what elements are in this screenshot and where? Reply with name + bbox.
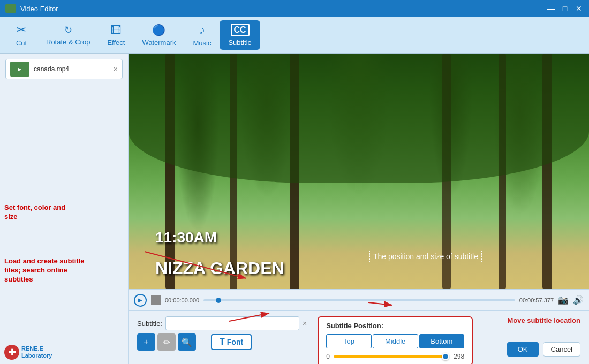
- camera-icon[interactable]: 📷: [558, 295, 569, 305]
- edit-icon: ✏: [163, 337, 170, 347]
- subtitle-input-clear[interactable]: ×: [303, 319, 307, 328]
- annotation-font: Set font, color and size: [4, 203, 79, 222]
- toolbar-effect[interactable]: 🎞 Effect: [99, 21, 133, 50]
- add-icon: +: [144, 337, 148, 347]
- position-top-button[interactable]: Top: [326, 334, 372, 348]
- position-middle-button[interactable]: Middle: [373, 334, 418, 348]
- slider-thumb[interactable]: [442, 353, 449, 360]
- position-slider-row: 0 298: [326, 353, 464, 360]
- sidebar: ▶ canada.mp4 × Set font, color and size …: [0, 54, 129, 364]
- time-total: 00:00:57.377: [519, 297, 554, 304]
- progress-thumb: [216, 298, 221, 303]
- position-buttons: Top Middle Bottom: [326, 334, 464, 348]
- font-label: Font: [227, 338, 243, 346]
- music-icon: ♪: [199, 23, 205, 37]
- close-button[interactable]: ✕: [574, 4, 584, 13]
- font-icon: T: [220, 337, 225, 347]
- subtitle-input[interactable]: [165, 316, 299, 330]
- toolbar-subtitle[interactable]: CC Subtitle: [220, 20, 260, 50]
- canopy-overlay: [129, 54, 589, 183]
- rene-logo: ✚ RENE.E Laboratory: [4, 345, 52, 360]
- cut-icon: ✂: [17, 23, 26, 37]
- rene-text: RENE.E Laboratory: [21, 345, 52, 359]
- minimize-button[interactable]: —: [546, 4, 556, 13]
- toolbar-cut[interactable]: ✂ Cut: [5, 20, 37, 50]
- toolbar-watermark-label: Watermark: [142, 39, 176, 47]
- sidebar-file-item: ▶ canada.mp4 ×: [5, 59, 123, 79]
- subtitle-icon: CC: [231, 24, 250, 36]
- video-canvas: 11:30AM The position and size of subtitl…: [129, 54, 589, 289]
- playback-bar: ▶ 00:00:00.000 00:00:57.377 📷 🔊: [129, 289, 589, 310]
- video-subtitle-main: NIZZA GARDEN: [155, 259, 284, 278]
- stop-button[interactable]: [151, 295, 161, 305]
- dialog-buttons-section: Move subtitle location OK Cancel: [507, 316, 580, 359]
- annotation-move: Move subtitle location: [507, 316, 580, 324]
- add-subtitle-button[interactable]: +: [137, 333, 155, 351]
- toolbar-music[interactable]: ♪ Music: [184, 20, 220, 50]
- position-title: Subtitle Position:: [326, 322, 464, 330]
- video-position-hint: The position and size of subtitle: [369, 251, 482, 262]
- subtitle-actions: + ✏ 🔍 T Font: [137, 333, 307, 351]
- progress-bar[interactable]: [203, 299, 515, 301]
- toolbar-cut-label: Cut: [16, 39, 27, 47]
- toolbar-watermark[interactable]: 🔵 Watermark: [133, 20, 184, 50]
- video-area: 11:30AM The position and size of subtitl…: [129, 54, 589, 364]
- toolbar-subtitle-label: Subtitle: [228, 39, 251, 47]
- subtitle-label: Subtitle:: [137, 320, 162, 328]
- rotate-icon: ↻: [64, 24, 72, 36]
- rene-icon: ✚: [4, 345, 19, 360]
- file-close-button[interactable]: ×: [114, 65, 118, 73]
- search-subtitle-button[interactable]: 🔍: [178, 333, 196, 351]
- edit-subtitle-button[interactable]: ✏: [157, 333, 176, 351]
- subtitle-input-row: Subtitle: ×: [137, 316, 307, 330]
- cancel-button[interactable]: Cancel: [543, 342, 580, 357]
- toolbar: ✂ Cut ↻ Rotate & Crop 🎞 Effect 🔵 Waterma…: [0, 17, 589, 54]
- annotation-load: Load and create subtitle files; search o…: [4, 257, 85, 284]
- search-icon: 🔍: [182, 337, 192, 347]
- time-current: 00:00:00.000: [165, 297, 199, 304]
- slider-max: 298: [454, 353, 464, 360]
- main-layout: ▶ canada.mp4 × Set font, color and size …: [0, 54, 589, 364]
- ok-button[interactable]: OK: [507, 342, 539, 357]
- play-button[interactable]: ▶: [134, 294, 147, 307]
- slider-filled: [334, 355, 444, 358]
- file-thumbnail: ▶: [10, 62, 29, 77]
- toolbar-rotate-label: Rotate & Crop: [46, 38, 90, 46]
- filename-label: canada.mp4: [34, 65, 114, 73]
- bottom-panel: Subtitle: × + ✏ 🔍 T: [129, 310, 589, 364]
- font-button[interactable]: T Font: [211, 334, 252, 350]
- toolbar-music-label: Music: [193, 39, 211, 47]
- volume-icon[interactable]: 🔊: [573, 295, 584, 305]
- maximize-button[interactable]: □: [560, 4, 570, 13]
- slider-track[interactable]: [334, 355, 449, 358]
- dialog-buttons: OK Cancel: [507, 342, 580, 359]
- app-title: Video Editor: [20, 5, 546, 13]
- toolbar-effect-label: Effect: [107, 39, 125, 47]
- video-time-overlay: 11:30AM: [155, 229, 217, 246]
- subtitle-position-section: Subtitle Position: Top Middle Bottom 0 2…: [318, 316, 473, 364]
- toolbar-rotate-crop[interactable]: ↻ Rotate & Crop: [37, 21, 99, 49]
- title-bar: Video Editor — □ ✕: [0, 0, 589, 17]
- position-bottom-button[interactable]: Bottom: [419, 334, 465, 348]
- effect-icon: 🎞: [111, 24, 122, 36]
- watermark-icon: 🔵: [152, 24, 165, 36]
- slider-min: 0: [326, 353, 330, 360]
- subtitle-section: Subtitle: × + ✏ 🔍 T: [137, 316, 307, 351]
